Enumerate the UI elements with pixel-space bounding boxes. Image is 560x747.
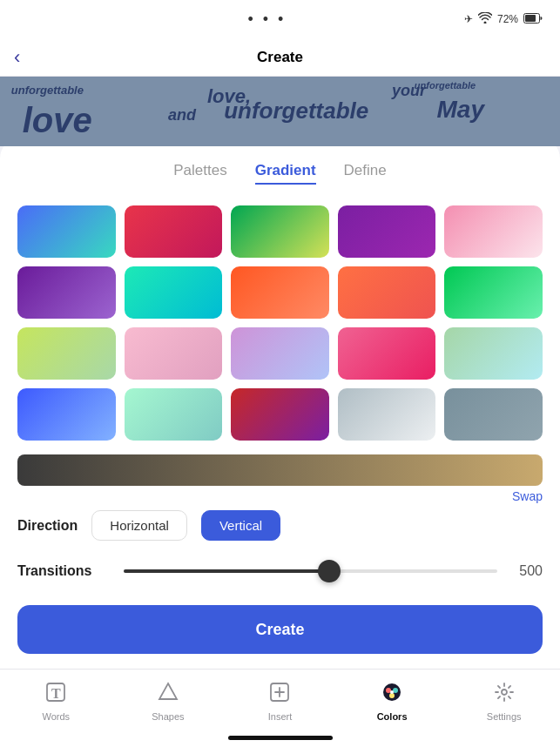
transitions-label: Transitions bbox=[17, 563, 113, 579]
wifi-icon bbox=[478, 12, 492, 26]
gradient-cell-12[interactable] bbox=[231, 327, 329, 380]
nav-title: Create bbox=[257, 49, 303, 66]
insert-icon bbox=[267, 680, 292, 708]
tab-bar-insert[interactable]: Insert bbox=[252, 680, 307, 722]
shapes-icon bbox=[156, 680, 180, 708]
insert-label: Insert bbox=[268, 711, 293, 722]
gradient-cell-0[interactable] bbox=[17, 205, 116, 258]
gradient-cell-19[interactable] bbox=[444, 388, 543, 441]
preview-bar-container: Swap bbox=[17, 454, 543, 486]
words-label: Words bbox=[43, 711, 71, 722]
svg-rect-1 bbox=[525, 15, 536, 22]
gradient-cell-2[interactable] bbox=[231, 205, 329, 258]
svg-point-11 bbox=[502, 690, 507, 695]
gradient-grid bbox=[17, 205, 543, 441]
gradient-cell-3[interactable] bbox=[338, 205, 436, 258]
cloud-word: May bbox=[437, 96, 484, 124]
tab-define[interactable]: Define bbox=[344, 162, 387, 185]
tab-bar-shapes[interactable]: Shapes bbox=[140, 680, 196, 722]
gradient-cell-10[interactable] bbox=[17, 327, 116, 380]
battery-text: 72% bbox=[497, 13, 518, 25]
word-cloud-banner: unforgettable love and love, unforgettab… bbox=[0, 77, 560, 146]
cloud-word: unforgettable bbox=[11, 84, 84, 97]
battery-icon bbox=[523, 13, 543, 26]
gradient-cell-9[interactable] bbox=[444, 266, 543, 319]
tab-gradient[interactable]: Gradient bbox=[255, 162, 316, 185]
settings-icon bbox=[492, 680, 516, 708]
horizontal-button[interactable]: Horizontal bbox=[91, 510, 187, 541]
slider-fill bbox=[124, 569, 329, 573]
svg-marker-4 bbox=[159, 683, 177, 699]
gradient-cell-14[interactable] bbox=[444, 327, 543, 380]
airplane-icon: ✈ bbox=[464, 13, 473, 25]
gradient-cell-7[interactable] bbox=[231, 266, 329, 319]
gradient-cell-13[interactable] bbox=[338, 327, 436, 380]
direction-label: Direction bbox=[17, 518, 78, 534]
colors-icon bbox=[380, 680, 404, 708]
gradient-cell-1[interactable] bbox=[125, 205, 223, 258]
gradient-cell-16[interactable] bbox=[125, 388, 223, 441]
gradient-cell-5[interactable] bbox=[17, 266, 116, 319]
words-icon: T bbox=[44, 680, 68, 708]
transitions-row: Transitions 500 bbox=[17, 558, 543, 584]
tab-bar-colors[interactable]: Colors bbox=[364, 680, 420, 722]
colors-label: Colors bbox=[377, 711, 408, 722]
transitions-slider[interactable] bbox=[124, 558, 497, 584]
create-button[interactable]: Create bbox=[17, 605, 543, 654]
cloud-word: and bbox=[168, 106, 196, 124]
tab-bar-settings[interactable]: Settings bbox=[476, 680, 532, 722]
tab-palettes[interactable]: Palettes bbox=[173, 162, 226, 185]
vertical-button[interactable]: Vertical bbox=[201, 510, 280, 541]
word-cloud-inner: unforgettable love and love, unforgettab… bbox=[0, 77, 560, 146]
gradient-cell-11[interactable] bbox=[125, 327, 223, 380]
gradient-cell-17[interactable] bbox=[231, 388, 329, 441]
gradient-cell-18[interactable] bbox=[338, 388, 436, 441]
cloud-word: unforgettable bbox=[415, 80, 476, 91]
svg-text:T: T bbox=[51, 686, 61, 701]
tab-bar-words[interactable]: T Words bbox=[28, 680, 84, 722]
gradient-cell-8[interactable] bbox=[338, 266, 436, 319]
home-indicator bbox=[228, 736, 333, 740]
cloud-word: unforgettable bbox=[224, 98, 368, 124]
status-right: ✈ 72% bbox=[464, 12, 543, 26]
status-bar: • • • ✈ 72% bbox=[0, 0, 560, 38]
direction-row: Direction Horizontal Vertical bbox=[17, 510, 543, 541]
slider-track bbox=[124, 569, 497, 573]
gradient-cell-15[interactable] bbox=[17, 388, 116, 441]
slider-thumb[interactable] bbox=[318, 560, 341, 582]
preview-bar[interactable] bbox=[17, 454, 543, 486]
main-card: Palettes Gradient Define Swap Direction … bbox=[0, 138, 560, 685]
shapes-label: Shapes bbox=[152, 711, 184, 722]
status-dots: • • • bbox=[248, 10, 287, 29]
nav-bar: ‹ Create bbox=[0, 38, 560, 77]
back-button[interactable]: ‹ bbox=[14, 46, 20, 69]
svg-point-10 bbox=[390, 690, 394, 694]
gradient-cell-4[interactable] bbox=[444, 205, 543, 258]
swap-button[interactable]: Swap bbox=[512, 489, 543, 503]
cloud-word: love bbox=[23, 101, 92, 140]
settings-label: Settings bbox=[487, 711, 522, 722]
gradient-tabs: Palettes Gradient Define bbox=[17, 162, 543, 185]
gradient-cell-6[interactable] bbox=[125, 266, 223, 319]
transitions-value: 500 bbox=[508, 563, 543, 579]
